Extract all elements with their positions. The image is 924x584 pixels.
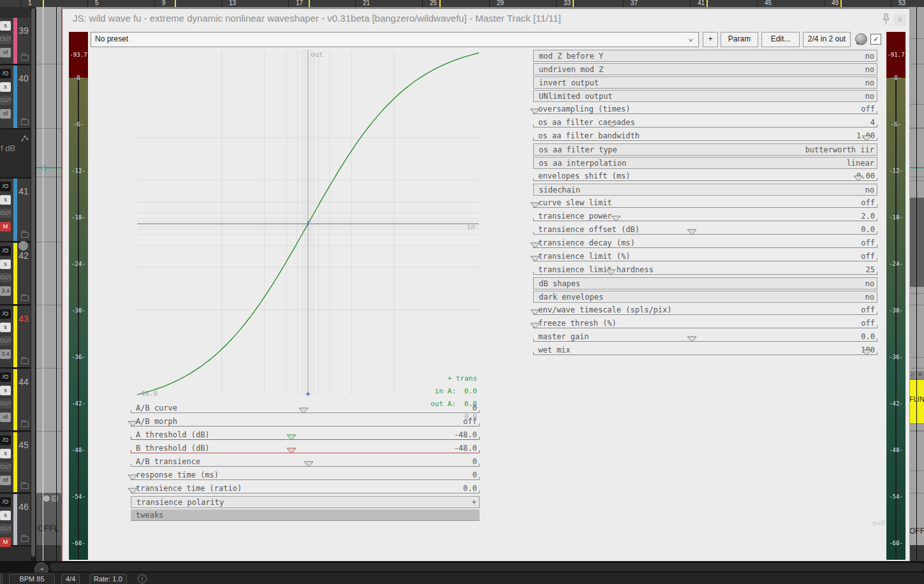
track-button[interactable]: OUT bbox=[0, 462, 11, 472]
track-button[interactable]: nf bbox=[0, 412, 11, 422]
solo-button[interactable]: s bbox=[0, 21, 11, 31]
folder-icon[interactable] bbox=[21, 421, 29, 427]
track-button[interactable]: OUT bbox=[0, 34, 11, 44]
param-row-envelopes-shift-ms-[interactable]: envelopes shift (ms)0.00 bbox=[533, 170, 877, 181]
param-row-sidechain[interactable]: sidechainno bbox=[533, 184, 877, 196]
track-button[interactable]: OUT bbox=[0, 96, 11, 105]
waveshaper-graph[interactable] bbox=[136, 49, 480, 397]
track-button[interactable]: /O bbox=[0, 497, 11, 507]
timeline-ruler[interactable]: 1591317212529333741454953 bbox=[0, 0, 924, 7]
param-row-dark-envelopes[interactable]: dark envelopesno bbox=[533, 291, 877, 303]
param-row-unlimited-output[interactable]: UNlimited outputno bbox=[533, 90, 877, 102]
track-button[interactable]: /O bbox=[0, 246, 11, 256]
track-panel-row[interactable]: 41/OsOUTM bbox=[0, 179, 31, 242]
slider-handle-icon[interactable] bbox=[687, 226, 697, 238]
param-button[interactable]: Param bbox=[721, 32, 758, 47]
param-row-transience-time-ratio-[interactable]: transience time (ratio)0.0 bbox=[131, 483, 480, 493]
folder-icon[interactable] bbox=[21, 483, 29, 489]
param-row-a-b-transience[interactable]: A/B transience0 bbox=[131, 456, 480, 467]
fx-enable-checkbox[interactable]: ✓ bbox=[870, 34, 881, 45]
track-button[interactable]: /O bbox=[0, 69, 11, 78]
track-panel-row[interactable]: 46/OsOUTM bbox=[0, 494, 31, 546]
track-panel-row[interactable]: 45/OsOUTnf bbox=[0, 432, 31, 493]
rate-display[interactable]: Rate: 1.0 bbox=[89, 574, 127, 584]
param-row-tweaks[interactable]: tweaks bbox=[131, 509, 480, 521]
slider-handle-icon[interactable] bbox=[530, 199, 540, 211]
param-row-env-wave-timescale-spls-pix-[interactable]: env/wave timescale (spls/pix)off bbox=[533, 304, 877, 315]
param-row-curve-slew-limit[interactable]: curve slew limitoff bbox=[533, 197, 877, 208]
param-row-master-gain[interactable]: master gain0.0 bbox=[533, 331, 877, 342]
horizontal-scrollbar-thumb[interactable] bbox=[50, 563, 924, 571]
param-row-os-aa-filter-cascades[interactable]: os aa filter cascades4 bbox=[533, 117, 877, 128]
folder-icon[interactable] bbox=[21, 55, 29, 61]
close-icon[interactable]: x bbox=[894, 14, 906, 26]
slider-handle-icon[interactable] bbox=[862, 346, 872, 358]
mute-button[interactable]: M bbox=[0, 222, 11, 231]
automation-point[interactable] bbox=[41, 165, 47, 171]
folder-icon[interactable] bbox=[21, 119, 29, 125]
slider-handle-icon[interactable] bbox=[128, 418, 138, 430]
param-row-transience-limit-[interactable]: transience limit (%)off bbox=[533, 251, 877, 261]
track-button[interactable]: nf bbox=[0, 48, 11, 57]
param-row-wet-mix[interactable]: wet mix100 bbox=[533, 344, 877, 355]
slider-handle-icon[interactable] bbox=[606, 266, 616, 278]
track-button[interactable]: 3.4 bbox=[0, 286, 11, 296]
param-row-transience-polarity[interactable]: transience polarity+ bbox=[131, 496, 480, 508]
track-vertical-scrollbar-thumb[interactable] bbox=[31, 8, 35, 557]
solo-button[interactable]: s bbox=[0, 449, 11, 458]
solo-button[interactable]: s bbox=[0, 386, 11, 395]
solo-button[interactable]: s bbox=[0, 259, 11, 269]
track-panel-row[interactable]: 44/OsOUTnf bbox=[0, 369, 31, 432]
add-preset-button[interactable]: + bbox=[703, 32, 718, 47]
track-button[interactable]: /O bbox=[0, 309, 11, 319]
param-row-undriven-mod-z[interactable]: undriven mod Zno bbox=[533, 63, 877, 75]
track-button[interactable]: nf bbox=[0, 109, 11, 119]
edit-button[interactable]: Edit... bbox=[761, 32, 800, 47]
slider-handle-icon[interactable] bbox=[611, 212, 621, 224]
folder-icon[interactable] bbox=[21, 232, 29, 238]
slider-handle-icon[interactable] bbox=[128, 485, 138, 497]
slider-handle-icon[interactable] bbox=[853, 172, 863, 184]
slider-handle-icon[interactable] bbox=[298, 404, 309, 416]
param-row-transience-offset-db-[interactable]: transience offset (dB)0.0 bbox=[533, 224, 877, 235]
slider-handle-icon[interactable] bbox=[687, 333, 697, 345]
param-row-db-shapes[interactable]: dB shapesno bbox=[533, 277, 877, 289]
track-button[interactable]: 3.4 bbox=[0, 349, 11, 359]
slider-handle-icon[interactable] bbox=[862, 132, 872, 144]
param-row-freeze-thresh-[interactable]: freeze thresh (%)off bbox=[533, 318, 877, 328]
param-row-oversampling-times-[interactable]: oversampling (times)off bbox=[533, 103, 877, 114]
slider-handle-icon[interactable] bbox=[128, 471, 138, 483]
solo-button[interactable]: s bbox=[0, 82, 11, 92]
track-button[interactable]: /O bbox=[0, 372, 11, 382]
track-panel-row[interactable]: 40/OsOUTnf bbox=[0, 66, 31, 129]
slider-handle-icon[interactable] bbox=[286, 431, 297, 443]
automation-line[interactable] bbox=[36, 167, 61, 168]
param-row-a-b-morph[interactable]: A/B morphoff bbox=[131, 416, 480, 427]
preset-dropdown[interactable]: No preset ⌄ bbox=[91, 32, 699, 47]
arrange-area-left[interactable]: ▢OFFL bbox=[36, 7, 61, 561]
solo-button[interactable]: s bbox=[0, 511, 11, 520]
io-routing-button[interactable]: 2/4 in 2 out bbox=[803, 32, 851, 47]
param-row-transience-limit-hardness[interactable]: transience limit hardness25 bbox=[533, 264, 877, 275]
track-button[interactable]: OUT bbox=[0, 336, 11, 346]
track-button[interactable]: OUT bbox=[0, 399, 11, 409]
param-row-os-aa-filter-bandwidth[interactable]: os aa filter bandwidth1.00 bbox=[533, 130, 877, 141]
param-row-transience-decay-ms-[interactable]: transience decay (ms)off bbox=[533, 237, 877, 248]
mute-button[interactable]: M bbox=[0, 537, 11, 547]
solo-button[interactable]: s bbox=[0, 323, 11, 332]
folder-icon[interactable] bbox=[21, 358, 29, 364]
rate-warning-icon[interactable]: ! bbox=[138, 574, 147, 583]
slider-handle-icon[interactable] bbox=[607, 119, 617, 131]
param-row-os-aa-filter-type[interactable]: os aa filter typebutterworth iir bbox=[533, 143, 877, 156]
folder-icon[interactable] bbox=[21, 295, 29, 301]
slider-handle-icon[interactable] bbox=[530, 306, 540, 318]
track-button[interactable]: /O bbox=[0, 182, 11, 191]
media-item-offline-left[interactable]: ▢OFFL bbox=[36, 493, 61, 545]
param-row-response-time-ms-[interactable]: response time (ms)0 bbox=[131, 469, 480, 480]
param-row-transience-power[interactable]: transience power2.0 bbox=[533, 210, 877, 221]
param-row-os-aa-interpolation[interactable]: os aa interpolationlinear bbox=[533, 157, 877, 169]
param-row-b-threshold-db-[interactable]: B threshold (dB)-48.0 bbox=[131, 442, 480, 453]
bpm-display[interactable]: BPM 85 bbox=[9, 574, 55, 584]
param-row-a-b-curve[interactable]: A/B curve0 bbox=[131, 402, 480, 413]
wet-knob-icon[interactable] bbox=[855, 33, 867, 45]
